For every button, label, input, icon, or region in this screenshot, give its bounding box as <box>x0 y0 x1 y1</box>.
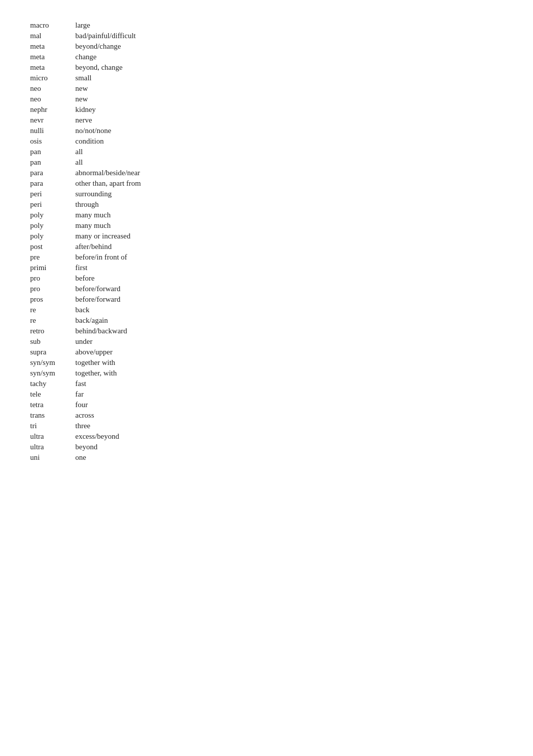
term-cell: nevr <box>30 115 75 125</box>
meaning-cell: together, with <box>75 368 226 379</box>
meaning-cell: bad/painful/difficult <box>75 31 226 41</box>
term-cell: poly <box>30 220 75 231</box>
table-row: prosbefore/forward <box>30 294 226 305</box>
meaning-cell: large <box>75 20 226 31</box>
term-cell: pros <box>30 294 75 305</box>
meaning-cell: before <box>75 273 226 284</box>
term-cell: pre <box>30 252 75 263</box>
meaning-cell: three <box>75 421 226 431</box>
term-cell: tetra <box>30 400 75 410</box>
meaning-cell: many much <box>75 210 226 220</box>
term-cell: meta <box>30 41 75 52</box>
meaning-cell: before/forward <box>75 294 226 305</box>
meaning-cell: change <box>75 52 226 62</box>
table-row: neonew <box>30 83 226 94</box>
table-row: syn/symtogether with <box>30 357 226 368</box>
term-cell: poly <box>30 210 75 220</box>
term-cell: retro <box>30 326 75 336</box>
term-cell: pro <box>30 284 75 294</box>
table-row: nephrkidney <box>30 104 226 115</box>
table-row: tetrafour <box>30 400 226 410</box>
meaning-cell: abnormal/beside/near <box>75 168 226 178</box>
table-row: transacross <box>30 410 226 421</box>
table-row: osiscondition <box>30 136 226 147</box>
meaning-cell: behind/backward <box>75 326 226 336</box>
meaning-cell: condition <box>75 136 226 147</box>
meaning-cell: excess/beyond <box>75 431 226 442</box>
table-row: unione <box>30 452 226 463</box>
term-cell: ultra <box>30 442 75 452</box>
meaning-cell: together with <box>75 357 226 368</box>
table-row: supraabove/upper <box>30 347 226 357</box>
term-cell: re <box>30 305 75 315</box>
meaning-cell: under <box>75 336 226 347</box>
meaning-cell: all <box>75 147 226 157</box>
table-row: tachyfast <box>30 379 226 389</box>
table-row: trithree <box>30 421 226 431</box>
term-cell: poly <box>30 231 75 241</box>
term-cell: micro <box>30 73 75 83</box>
term-cell: tele <box>30 389 75 400</box>
term-cell: sub <box>30 336 75 347</box>
term-cell: pan <box>30 147 75 157</box>
term-cell: trans <box>30 410 75 421</box>
table-row: perisurrounding <box>30 189 226 199</box>
meaning-cell: new <box>75 83 226 94</box>
meaning-cell: beyond/change <box>75 41 226 52</box>
term-cell: macro <box>30 20 75 31</box>
table-row: prebefore/in front of <box>30 252 226 263</box>
term-cell: nephr <box>30 104 75 115</box>
table-row: microsmall <box>30 73 226 83</box>
term-cell: neo <box>30 83 75 94</box>
term-cell: peri <box>30 199 75 210</box>
term-cell: pan <box>30 157 75 168</box>
table-row: ultrabeyond <box>30 442 226 452</box>
meaning-cell: beyond, change <box>75 62 226 73</box>
table-row: malbad/painful/difficult <box>30 31 226 41</box>
term-cell: mal <box>30 31 75 41</box>
term-cell: syn/sym <box>30 357 75 368</box>
meaning-cell: back <box>75 305 226 315</box>
table-row: nevrnerve <box>30 115 226 125</box>
table-row: metabeyond, change <box>30 62 226 73</box>
term-cell: syn/sym <box>30 368 75 379</box>
prefix-table: macrolargemalbad/painful/difficultmetabe… <box>30 20 226 463</box>
meaning-cell: nerve <box>75 115 226 125</box>
meaning-cell: other than, apart from <box>75 178 226 189</box>
meaning-cell: far <box>75 389 226 400</box>
table-row: telefar <box>30 389 226 400</box>
term-cell: nulli <box>30 125 75 136</box>
term-cell: supra <box>30 347 75 357</box>
meaning-cell: beyond <box>75 442 226 452</box>
term-cell: uni <box>30 452 75 463</box>
meaning-cell: before/forward <box>75 284 226 294</box>
term-cell: primi <box>30 263 75 273</box>
term-cell: post <box>30 241 75 252</box>
table-row: retrobehind/backward <box>30 326 226 336</box>
table-row: perithrough <box>30 199 226 210</box>
term-cell: para <box>30 178 75 189</box>
meaning-cell: across <box>75 410 226 421</box>
meaning-cell: fast <box>75 379 226 389</box>
meaning-cell: before/in front of <box>75 252 226 263</box>
meaning-cell: after/behind <box>75 241 226 252</box>
meaning-cell: all <box>75 157 226 168</box>
term-cell: para <box>30 168 75 178</box>
term-cell: ultra <box>30 431 75 442</box>
table-row: metabeyond/change <box>30 41 226 52</box>
table-row: polymany much <box>30 210 226 220</box>
meaning-cell: four <box>75 400 226 410</box>
meaning-cell: many or increased <box>75 231 226 241</box>
table-row: reback <box>30 305 226 315</box>
meaning-cell: no/not/none <box>75 125 226 136</box>
table-row: paraabnormal/beside/near <box>30 168 226 178</box>
term-cell: tri <box>30 421 75 431</box>
meaning-cell: many much <box>75 220 226 231</box>
table-row: polymany or increased <box>30 231 226 241</box>
meaning-cell: above/upper <box>75 347 226 357</box>
meaning-cell: small <box>75 73 226 83</box>
table-row: reback/again <box>30 315 226 326</box>
term-cell: meta <box>30 52 75 62</box>
term-cell: pro <box>30 273 75 284</box>
term-cell: osis <box>30 136 75 147</box>
